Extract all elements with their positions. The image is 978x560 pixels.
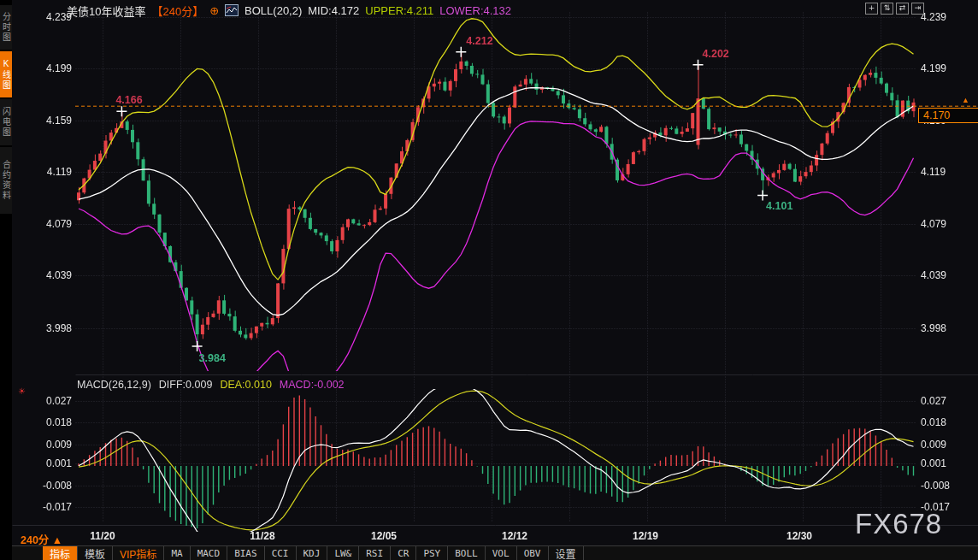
price-annotation: 4.101: [766, 200, 792, 212]
toolbar-item-ma[interactable]: MA: [164, 546, 190, 560]
y-axis-label-right: 4.039: [921, 269, 975, 281]
chart-type-sidebar: 分时图K线图闪电图合约资料: [0, 0, 12, 560]
toolbar-item-psy[interactable]: PSY: [416, 546, 448, 560]
x-axis-date-label: 11/28: [250, 530, 274, 542]
y-axis-label-left: 4.079: [17, 218, 72, 230]
y-axis-label-right: -0.008: [921, 480, 975, 492]
y-axis-label-right: 3.998: [921, 322, 975, 334]
chart-tool-buttons: +⇅⇄⇥: [865, 3, 924, 15]
macd-marker-icon: ☀: [18, 386, 26, 396]
y-axis-label-right: 4.119: [921, 166, 975, 178]
indicator-toolbar: 指标模板VIP指标MAMACDBIASCCIKDJLW&RSICRPSYBOLL…: [12, 545, 978, 560]
x-axis-date-label: 12/19: [633, 530, 658, 542]
macd-formula: MACD(26,12,9): [77, 379, 151, 391]
macd-diff-value: DIFF:0.009: [159, 379, 213, 391]
y-axis-label-left: 3.998: [17, 322, 72, 334]
toolbar-item-kdj[interactable]: KDJ: [297, 546, 328, 560]
y-axis-label-right: 0.018: [921, 416, 975, 428]
toolbar-item-templates[interactable]: 模板: [78, 546, 113, 560]
chart-header: 美债10年收益率 【240分】 ⊕ BOLL(20,2) MID:4.172 U…: [67, 3, 511, 17]
toolbar-item-cr[interactable]: CR: [391, 546, 416, 560]
toolbar-item-lwr[interactable]: LW&: [327, 546, 359, 560]
macd-macd-value: MACD:-0.002: [280, 379, 345, 391]
y-axis-label-left: 4.199: [17, 62, 72, 74]
y-axis-label-left: 0.009: [17, 439, 72, 451]
x-axis-date-label: 11/20: [90, 530, 115, 542]
boll-upper-value: UPPER:4.211: [365, 4, 433, 17]
price-marker-icon: ▲: [962, 96, 969, 104]
y-axis-label-right: 0.001: [921, 457, 975, 469]
period-label: 【240分】: [151, 3, 203, 19]
y-axis-label-right: 4.079: [921, 218, 975, 230]
y-axis-label-right: 4.239: [921, 11, 975, 23]
snap-right-icon[interactable]: ⇥: [911, 3, 924, 15]
move-icon[interactable]: +: [865, 3, 878, 15]
app-window: 分时图K线图闪电图合约资料 美债10年收益率 【240分】 ⊕ BOLL(20,…: [0, 0, 978, 560]
boll-lower-value: LOWER:4.132: [439, 4, 511, 17]
watermark: FX678: [855, 508, 942, 540]
current-price-tag[interactable]: 4.170: [918, 108, 978, 123]
sidebar-tab-contract-info[interactable]: 合约资料: [0, 147, 12, 214]
y-axis-label-left: -0.008: [17, 480, 72, 492]
period-selector-label: 240分: [21, 534, 49, 546]
circle-plus-icon[interactable]: ⊕: [209, 5, 219, 16]
instrument-title: 美债10年收益率: [67, 3, 145, 19]
mini-chart-icon[interactable]: [225, 4, 239, 16]
macd-header: MACD(26,12,9) DIFF:0.009 DEA:0.010 MACD:…: [77, 379, 345, 391]
toolbar-item-macd[interactable]: MACD: [191, 546, 228, 560]
boll-settings-label: BOLL(20,2): [244, 4, 302, 17]
price-annotation: 4.166: [115, 94, 142, 106]
y-axis-label-left: 4.159: [17, 115, 72, 127]
toolbar-item-settings[interactable]: 设置: [549, 546, 584, 560]
y-axis-label-left: 0.027: [17, 395, 72, 407]
axis-zoom-icon[interactable]: ⇅: [881, 3, 893, 15]
sidebar-tab-time-chart[interactable]: 分时图: [0, 5, 12, 50]
price-annotation: 4.212: [466, 35, 492, 47]
toolbar-item-obv[interactable]: OBV: [517, 546, 549, 560]
macd-dea-value: DEA:0.010: [220, 379, 271, 391]
toolbar-item-vol[interactable]: VOL: [486, 546, 517, 560]
y-axis-label-right: 0.027: [921, 395, 975, 407]
toolbar-item-rsi[interactable]: RSI: [359, 546, 391, 560]
y-axis-label-right: 4.199: [921, 62, 975, 74]
y-axis-label-right: 0.009: [921, 439, 975, 451]
sidebar-tab-flash-chart[interactable]: 闪电图: [0, 99, 12, 145]
boll-mid-value: MID:4.172: [308, 4, 359, 17]
price-annotation: 3.984: [199, 352, 226, 364]
y-axis-label-left: 4.239: [17, 11, 72, 23]
y-axis-label-left: 4.039: [17, 269, 72, 281]
x-axis-date-label: 12/12: [502, 530, 527, 542]
y-axis-label-left: 4.119: [17, 166, 72, 178]
axis-pan-icon[interactable]: ⇄: [896, 3, 909, 15]
toolbar-item-bias[interactable]: BIAS: [227, 546, 265, 560]
toolbar-item-indicators[interactable]: 指标: [43, 546, 78, 560]
toolbar-item-cci[interactable]: CCI: [265, 546, 297, 560]
y-axis-label-left: 0.018: [17, 416, 72, 428]
toolbar-item-vip-indicators[interactable]: VIP指标: [113, 546, 164, 560]
y-axis-label-left: 0.001: [17, 457, 72, 469]
x-axis-date-label: 12/05: [371, 530, 397, 542]
y-axis-label-left: -0.017: [17, 501, 72, 513]
sidebar-tab-kline-chart[interactable]: K线图: [0, 51, 12, 97]
price-annotation: 4.202: [703, 48, 729, 60]
chart-canvas[interactable]: [0, 0, 978, 560]
period-up-arrow-icon: ▲: [52, 534, 62, 546]
x-axis-date-label: 12/30: [787, 530, 812, 542]
toolbar-item-boll[interactable]: BOLL: [448, 546, 486, 560]
